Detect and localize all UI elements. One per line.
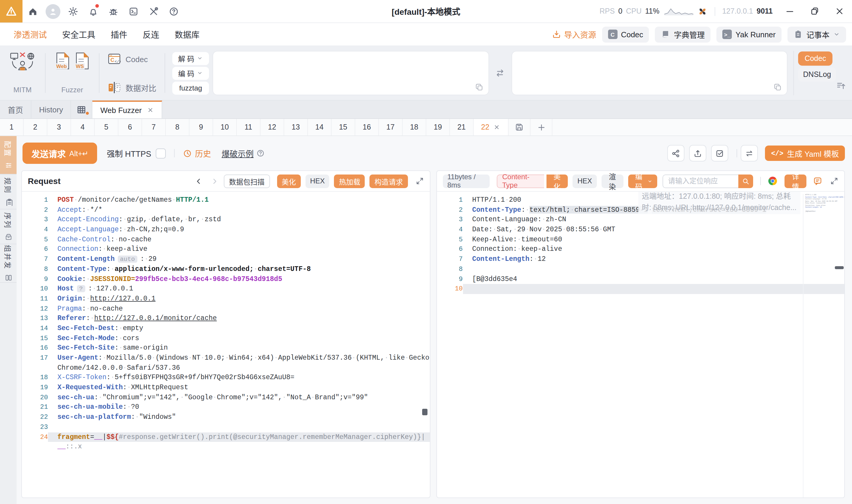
fullscreen-request-button[interactable] (415, 177, 424, 185)
restore-button[interactable] (802, 0, 827, 22)
line-content[interactable]: Content-Length:·12 (463, 254, 844, 264)
fuzzer-tab[interactable]: 11 (237, 119, 261, 136)
editor-line[interactable]: 12Pragma:·no-cache (22, 304, 430, 313)
tab-home[interactable]: 首页 (0, 101, 31, 118)
editor-line[interactable]: 1POST·/monitor/cache/getNames·HTTP/1.1 (22, 195, 430, 205)
response-search-input[interactable] (663, 174, 738, 188)
codec-t_protool[interactable]: C </> Codec (108, 53, 156, 66)
mitm-tool[interactable]: MITM (6, 51, 39, 95)
editor-line[interactable]: 19X-Requested-With:·XMLHttpRequest (22, 383, 430, 393)
line-content[interactable]: Content-Lengthauto:·29 (48, 254, 430, 264)
response-encode-button[interactable]: 编码 (628, 174, 657, 188)
send-request-button[interactable]: 发送请求 Alt+↵ (22, 143, 98, 164)
copy-icon[interactable] (773, 83, 782, 92)
close-button[interactable] (827, 0, 852, 22)
editor-line[interactable]: 4Accept-Language:·zh-CN,zh;q=0.9 (22, 225, 430, 235)
fuzzer-tab[interactable]: 3 (47, 119, 71, 136)
next-request-button[interactable] (208, 177, 222, 185)
response-hex-button[interactable]: HEX (573, 174, 597, 188)
editor-line[interactable]: 16Sec-Fetch-Site:·same-origin (22, 343, 430, 353)
user-avatar[interactable] (42, 0, 63, 22)
build-request-button[interactable]: 构造请求 (370, 174, 407, 188)
editor-line[interactable]: 14Sec-Fetch-Dest:·empty (22, 324, 430, 333)
response-beautify-button[interactable]: 美化 (546, 174, 568, 188)
swap-io-button[interactable] (491, 51, 509, 95)
editor-line[interactable]: 15Sec-Fetch-Mode:·cors (22, 333, 430, 343)
dictionary-manager-button[interactable]: 字典管理 (655, 26, 711, 42)
menu-item-0[interactable]: 渗透测试 (6, 29, 54, 40)
line-content[interactable]: Keep-Alive:·timeout=60 (463, 235, 844, 245)
editor-line[interactable]: 22sec-ch-ua-platform:·"Windows" (22, 412, 430, 422)
close-tab-icon[interactable] (147, 107, 154, 113)
editor-line[interactable]: 20sec-ch-ua:·"Chromium";v="142",·"Google… (22, 393, 430, 402)
editor-line[interactable]: 3Accept-Encoding:·gzip,·deflate,·br,·zst… (22, 215, 430, 225)
editor-line[interactable]: 6Connection:·keep-alive (437, 245, 844, 254)
editor-line[interactable]: 9Cookie:·JSESSIONID=299fb5ce-bcb3-4ec4-9… (22, 274, 430, 284)
swap-request-response-button[interactable] (741, 145, 758, 162)
editor-line[interactable]: 5Cache-Control:·no-cache (22, 235, 430, 245)
line-content[interactable]: User-Agent:·Mozilla/5.0·(Windows·NT·10.0… (48, 353, 430, 363)
editor-line[interactable]: Chrome/142.0.0.0·Safari/537.36 (22, 363, 430, 373)
fuzzer-tab[interactable]: 1 (0, 119, 24, 136)
yak-engine-icon[interactable] (697, 6, 707, 16)
codec-quick-button[interactable]: C Codec (602, 26, 649, 42)
help-button[interactable] (163, 0, 184, 22)
minimize-button[interactable] (777, 0, 802, 22)
line-content[interactable]: Cache-Control:·no-cache (48, 235, 430, 245)
side-tab-sequence[interactable]: 序列 (0, 210, 17, 244)
line-content[interactable]: Connection:·keep-alive (463, 245, 844, 254)
fuzzer-tab[interactable]: 2 (24, 119, 47, 136)
notepad-button[interactable]: 记事本 (787, 26, 846, 42)
line-content[interactable]: sec-ch-ua:·"Chromium";v="142",·"Google·C… (48, 393, 430, 402)
response-render-button[interactable]: 渲染 (602, 174, 624, 188)
menu-item-2[interactable]: 插件 (103, 29, 135, 40)
editor-line[interactable]: 21sec-ch-ua-mobile:·?0 (22, 402, 430, 412)
response-search-button[interactable] (738, 174, 753, 188)
table-view-button[interactable] (71, 101, 93, 118)
menu-item-4[interactable]: 数据库 (167, 29, 207, 40)
line-content[interactable]: Date:·Sat,·29·Nov·2025·08:55:56·GMT (463, 225, 844, 235)
fuzzer-tab[interactable]: 19 (426, 119, 450, 136)
menu-item-1[interactable]: 安全工具 (54, 29, 103, 40)
editor-line[interactable]: 24fragment=__|$${#response.getWriter().p… (22, 432, 430, 442)
line-content[interactable]: [B@3dd635e4 (463, 274, 844, 284)
editor-line[interactable]: __::.x (22, 442, 430, 452)
fuzzer-tab[interactable]: 16 (355, 119, 379, 136)
line-content[interactable]: Sec-Fetch-Site:·same-origin (48, 343, 430, 353)
question-circle-icon[interactable] (257, 149, 265, 157)
editor-line[interactable]: 9[B@3dd635e4 (437, 274, 844, 284)
line-content[interactable]: Content-Type:·application/x-www-form-url… (48, 265, 430, 274)
yak-runner-button[interactable]: >_ Yak Runner (717, 26, 782, 42)
line-content[interactable]: fragment=__|$${#response.getWriter().pri… (48, 432, 430, 442)
fuzzer-tab[interactable]: 5 (95, 119, 118, 136)
blast-example-link[interactable]: 爆破示例 (222, 147, 254, 159)
menu-item-3[interactable]: 反连 (135, 29, 167, 40)
collapse-panel-button[interactable] (836, 80, 846, 90)
console-button[interactable] (123, 0, 143, 22)
add-fuzzer-tab-button[interactable] (531, 119, 552, 136)
fuzzer-tab[interactable]: 14 (308, 119, 332, 136)
line-content[interactable] (463, 284, 844, 294)
line-content[interactable]: Host?:·127.0.0.1 (48, 284, 430, 294)
feedback-button[interactable] (813, 176, 822, 186)
line-content[interactable]: sec-ch-ua-platform:·"Windows" (48, 412, 430, 422)
hot-reload-button[interactable]: 热加载 (334, 174, 365, 188)
line-content[interactable]: Connection:·keep-alive (48, 245, 430, 254)
line-content[interactable]: Accept-Language:·zh-CN,zh;q=0.9 (48, 225, 430, 235)
edit-check-button[interactable] (711, 145, 729, 162)
history-button[interactable]: 历史 (183, 147, 211, 159)
response-scrollbar-thumb[interactable] (835, 266, 844, 269)
share-button[interactable] (667, 145, 685, 162)
fuzzer-tab[interactable]: 13 (284, 119, 308, 136)
line-content[interactable]: Pragma:·no-cache (48, 304, 430, 313)
codec-side-tab[interactable]: Codec (798, 52, 833, 66)
data-compare-tool[interactable]: 数据对比 (108, 82, 156, 93)
export-button[interactable] (690, 145, 707, 162)
bug-report-button[interactable] (103, 0, 123, 22)
side-tab-concurrent-group[interactable]: 组并发 (0, 244, 17, 283)
tools-button[interactable] (143, 0, 163, 22)
fuzzer-tab[interactable]: 15 (332, 119, 355, 136)
editor-line[interactable]: 23 (22, 422, 430, 432)
tab-web-fuzzer[interactable]: Web Fuzzer (93, 101, 162, 118)
line-content[interactable]: Sec-Fetch-Mode:·cors (48, 333, 430, 343)
